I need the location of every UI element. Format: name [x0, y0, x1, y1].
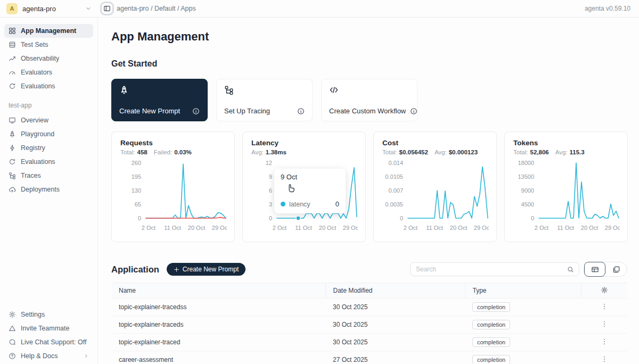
sidebar-item[interactable]: App Management — [4, 24, 93, 38]
get-started-card[interactable]: Create New Prompt — [111, 79, 208, 121]
stat-chart: 18000135009000450002 Oct11 Oct20 Oct29 O… — [513, 159, 620, 233]
column-header-date-modified[interactable]: Date Modified — [325, 283, 465, 299]
search-input[interactable] — [416, 266, 567, 273]
panel-icon — [103, 5, 111, 12]
svg-text:20 Oct: 20 Oct — [188, 225, 205, 231]
sidebar-item-label: Overview — [21, 117, 48, 124]
sidebar-item[interactable]: Invite Teammate — [4, 321, 93, 335]
sidebar-item-label: Settings — [21, 311, 45, 318]
svg-text:11 Oct: 11 Oct — [426, 225, 443, 231]
row-actions-cell — [581, 334, 627, 351]
svg-text:0: 0 — [400, 215, 403, 221]
sidebar-toggle-button[interactable] — [100, 2, 114, 15]
chevron-right-icon — [84, 353, 89, 359]
kebab-menu-icon[interactable] — [601, 303, 608, 310]
stat-chart: 2601951306502 Oct11 Oct20 Oct29 Oct — [120, 159, 227, 233]
table-view-button[interactable] — [584, 262, 605, 277]
svg-text:2 Oct: 2 Oct — [535, 225, 548, 231]
sidebar-item[interactable]: Evaluators — [4, 65, 93, 79]
kebab-menu-icon[interactable] — [601, 338, 608, 345]
applications-table: Name Date Modified Type topic-explainer-… — [111, 283, 627, 364]
tree-icon — [224, 85, 234, 95]
svg-text:20 Oct: 20 Oct — [319, 225, 336, 231]
get-started-card-label: Create New Prompt — [119, 107, 180, 115]
column-header-name[interactable]: Name — [111, 283, 325, 299]
sidebar-item[interactable]: Overview — [4, 113, 93, 127]
table-row[interactable]: topic-explainer-traceds 30 Oct 2025 comp… — [111, 316, 627, 334]
sidebar-item-label: Observability — [21, 55, 59, 62]
stat-card-title: Requests — [120, 139, 226, 147]
get-started-card-label: Set Up Tracing — [224, 107, 270, 115]
get-started-heading: Get Started — [111, 59, 627, 69]
chart-icon — [9, 55, 16, 62]
sidebar-item[interactable]: Observability — [4, 52, 93, 65]
table-row[interactable]: topic-explainer-tracedss 30 Oct 2025 com… — [111, 299, 627, 316]
sidebar-item-label: Registry — [21, 144, 45, 152]
gauge-icon — [9, 69, 16, 76]
kebab-menu-icon[interactable] — [601, 355, 608, 363]
list-icon — [9, 41, 16, 48]
breadcrumb[interactable]: agenta-pro / Default / Apps — [117, 5, 196, 12]
sidebar-item[interactable]: Registry — [4, 141, 93, 155]
search-box — [410, 262, 579, 276]
sidebar-item[interactable]: Playground — [4, 127, 93, 141]
svg-text:29 Oct: 29 Oct — [474, 225, 489, 231]
stat-pair: Avg:1.38ms — [251, 149, 286, 155]
svg-text:20 Oct: 20 Oct — [450, 225, 467, 231]
svg-text:29 Oct: 29 Oct — [605, 225, 620, 231]
type-cell: completion — [465, 316, 581, 334]
get-started-card[interactable]: Set Up Tracing — [216, 79, 313, 121]
sidebar-item[interactable]: Traces — [4, 169, 93, 183]
search-icon[interactable] — [567, 266, 574, 273]
card-view-icon — [612, 266, 620, 274]
svg-text:0.0035: 0.0035 — [385, 201, 403, 208]
stat-pair: Total:458 — [120, 149, 148, 155]
column-header-type[interactable]: Type — [465, 283, 581, 299]
sidebar-section-label: test-app — [9, 102, 93, 109]
stat-pair: Avg:$0.000123 — [435, 149, 478, 155]
svg-text:11 Oct: 11 Oct — [295, 225, 312, 231]
stat-pair — [293, 149, 295, 155]
info-icon[interactable] — [297, 107, 305, 115]
svg-text:65: 65 — [135, 201, 141, 208]
chart-tooltip: 9 Oct latency 0 — [274, 169, 346, 213]
sidebar-item[interactable]: Evaluations — [4, 79, 93, 93]
table-row[interactable]: topic-explainer-traced 30 Oct 2025 compl… — [111, 334, 627, 351]
gear-icon[interactable] — [601, 286, 608, 294]
svg-text:4500: 4500 — [521, 201, 534, 208]
stats-row: Requests Total:458 Failed:0.03% 26019513… — [111, 131, 627, 242]
table-row[interactable]: career-assessment 27 Oct 2025 completion — [111, 351, 627, 364]
sidebar-item[interactable]: Live Chat Support: Off — [4, 335, 93, 349]
sidebar-item[interactable]: Test Sets — [4, 38, 93, 52]
date-modified-cell: 30 Oct 2025 — [325, 316, 465, 334]
stat-pair: Total:52,806 — [513, 149, 549, 155]
svg-text:9000: 9000 — [521, 187, 534, 194]
sidebar-item[interactable]: Help & Docs — [4, 349, 93, 363]
card-view-button[interactable] — [605, 262, 627, 277]
svg-text:3: 3 — [269, 201, 272, 208]
svg-text:11 Oct: 11 Oct — [557, 225, 574, 231]
info-icon[interactable] — [410, 107, 417, 115]
series-dot — [281, 202, 285, 206]
sidebar-item[interactable]: Evaluations — [4, 155, 93, 169]
svg-text:0: 0 — [531, 215, 534, 221]
svg-text:12: 12 — [266, 160, 272, 166]
type-badge: completion — [472, 320, 510, 329]
sidebar-item[interactable]: Deployments — [4, 183, 93, 196]
chevron-down-icon[interactable] — [85, 5, 92, 12]
version-label: agenta v0.59.10 — [585, 5, 630, 12]
create-new-prompt-button[interactable]: Create New Prompt — [167, 263, 245, 276]
app-name-cell: career-assessment — [111, 351, 325, 364]
sidebar-item[interactable]: Settings — [4, 308, 93, 321]
get-started-card[interactable]: Create Custom Workflow — [321, 79, 417, 121]
type-cell: completion — [465, 334, 581, 351]
workspace-avatar: A — [6, 3, 18, 14]
top-bar: A agenta-pro agenta-pro / Default / Apps… — [0, 0, 639, 18]
monitor-icon — [9, 117, 16, 124]
info-icon[interactable] — [192, 107, 200, 115]
app-name-cell: topic-explainer-traceds — [111, 316, 325, 334]
date-modified-cell: 30 Oct 2025 — [325, 334, 465, 351]
workspace-selector[interactable]: A agenta-pro — [0, 3, 98, 14]
sidebar-item-label: Help & Docs — [21, 352, 58, 360]
kebab-menu-icon[interactable] — [601, 320, 608, 328]
